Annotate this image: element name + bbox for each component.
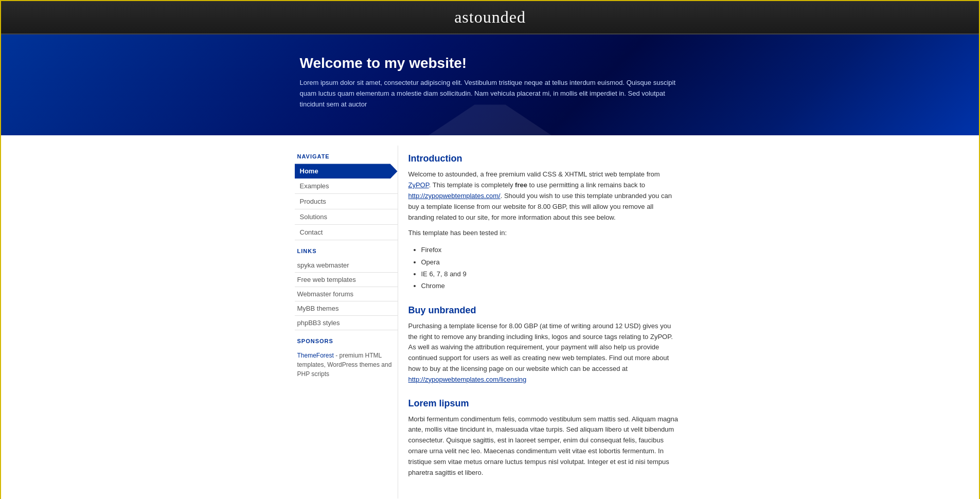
link-mybb-themes[interactable]: MyBB themes bbox=[295, 301, 398, 315]
themeforest-link[interactable]: ThemeForest bbox=[297, 352, 334, 359]
lorem-ipsum-heading: Lorem lipsum bbox=[408, 398, 681, 409]
nav-item-solutions[interactable]: Solutions bbox=[295, 209, 398, 225]
sponsors-text: ThemeForest - premium HTML templates, Wo… bbox=[295, 348, 398, 381]
zypop-url-link[interactable]: http://zypopwebtemplates.com/ bbox=[408, 192, 501, 200]
licensing-link[interactable]: http://zypopwebtemplates.com/licensing bbox=[408, 376, 527, 383]
hero-title: Welcome to my website! bbox=[300, 55, 681, 72]
main-wrapper: NAVIGATE Home Examples Products Solution… bbox=[290, 135, 691, 499]
introduction-heading: Introduction bbox=[408, 153, 681, 164]
nav-item-contact[interactable]: Contact bbox=[295, 225, 398, 240]
hero-banner: Welcome to my website! Lorem ipsum dolor… bbox=[1, 34, 979, 135]
list-item: phpBB3 styles bbox=[295, 316, 398, 330]
buy-unbranded-text: Purchasing a template license for 8.00 G… bbox=[408, 321, 681, 385]
list-item: MyBB themes bbox=[295, 301, 398, 316]
list-item: spyka webmaster bbox=[295, 258, 398, 273]
link-webmaster-forums[interactable]: Webmaster forums bbox=[295, 287, 398, 301]
nav-item-examples[interactable]: Examples bbox=[295, 179, 398, 194]
sponsors-section-title: SPONSORS bbox=[295, 338, 398, 344]
list-item: Opera bbox=[421, 256, 681, 268]
nav-item-home[interactable]: Home bbox=[295, 164, 398, 179]
hero-description: Lorem ipsum dolor sit amet, consectetur … bbox=[300, 78, 681, 110]
list-item: Firefox bbox=[421, 244, 681, 256]
introduction-section: Introduction Welcome to astounded, a fre… bbox=[408, 153, 681, 292]
link-free-templates[interactable]: Free web templates bbox=[295, 273, 398, 287]
introduction-text-2: This template has been tested in: bbox=[408, 228, 681, 239]
sidebar: NAVIGATE Home Examples Products Solution… bbox=[290, 146, 398, 498]
top-header: astounded bbox=[1, 1, 979, 34]
nav-item-products[interactable]: Products bbox=[295, 194, 398, 209]
lorem-ipsum-text: Morbi fermentum condimentum felis, commo… bbox=[408, 414, 681, 478]
zypop-link-1[interactable]: ZyPOP bbox=[408, 181, 429, 189]
list-item: Chrome bbox=[421, 280, 681, 292]
navigate-section-title: NAVIGATE bbox=[295, 153, 398, 159]
links-list: spyka webmaster Free web templates Webma… bbox=[295, 258, 398, 330]
links-section-title: LINKS bbox=[295, 248, 398, 254]
introduction-text-1: Welcome to astounded, a free premium val… bbox=[408, 169, 681, 223]
list-item: Free web templates bbox=[295, 273, 398, 287]
site-title: astounded bbox=[454, 8, 526, 27]
lorem-ipsum-section: Lorem lipsum Morbi fermentum condimentum… bbox=[408, 398, 681, 478]
link-spyka[interactable]: spyka webmaster bbox=[295, 258, 398, 272]
main-content: Introduction Welcome to astounded, a fre… bbox=[398, 146, 691, 498]
buy-unbranded-section: Buy unbranded Purchasing a template lice… bbox=[408, 305, 681, 385]
link-phpbb3[interactable]: phpBB3 styles bbox=[295, 316, 398, 330]
tested-list: Firefox Opera IE 6, 7, 8 and 9 Chrome bbox=[421, 244, 681, 292]
list-item: Webmaster forums bbox=[295, 287, 398, 301]
list-item: IE 6, 7, 8 and 9 bbox=[421, 268, 681, 280]
buy-unbranded-heading: Buy unbranded bbox=[408, 305, 681, 316]
